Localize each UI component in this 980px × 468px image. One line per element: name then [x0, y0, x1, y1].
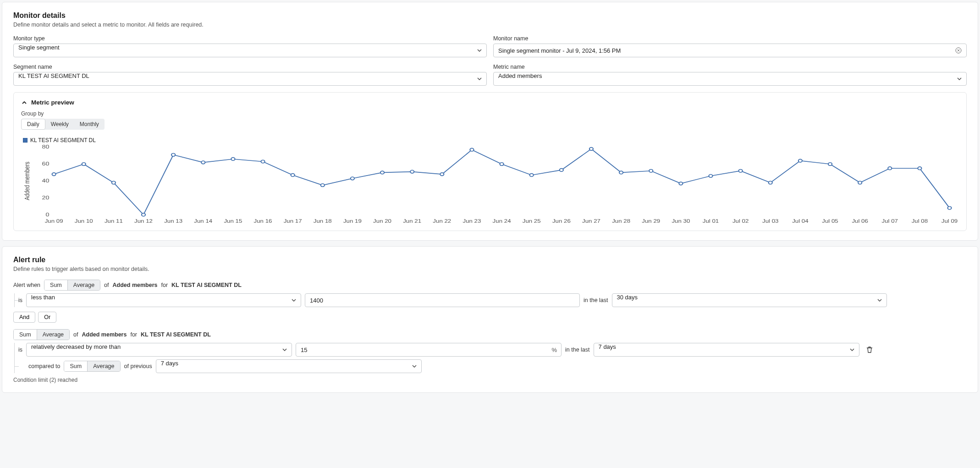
svg-point-52 [470, 148, 473, 151]
for-text-2: for [130, 331, 137, 338]
in-the-last-text-2: in the last [565, 347, 590, 353]
cond2-baseline-window-select[interactable]: 7 days [156, 359, 422, 373]
svg-text:Jul 08: Jul 08 [912, 219, 928, 224]
svg-point-53 [500, 163, 503, 166]
combiner-row: And Or [13, 312, 967, 323]
group-by-weekly[interactable]: Weekly [45, 119, 74, 130]
segment-name-value: KL TEST AI SEGMENT DL [13, 72, 487, 86]
section-subtitle: Define monitor details and select a metr… [13, 22, 967, 28]
percent-suffix: % [551, 347, 557, 353]
svg-point-63 [798, 159, 802, 162]
svg-text:Jun 18: Jun 18 [314, 219, 332, 224]
cond2-window-value: 7 days [594, 343, 859, 357]
condition-limit-note: Condition limit (2) reached [13, 377, 967, 383]
svg-point-60 [709, 175, 712, 178]
cond2-value-input[interactable] [296, 343, 562, 357]
cond1-operator-select[interactable]: less than [26, 293, 301, 307]
svg-text:Jul 04: Jul 04 [792, 219, 809, 224]
cond1-agg-sum[interactable]: Sum [44, 280, 67, 290]
svg-text:Jun 14: Jun 14 [194, 219, 212, 224]
metric-name-select[interactable]: Added members [493, 72, 967, 86]
cond2-agg-avg[interactable]: Average [37, 330, 69, 340]
svg-text:Jun 22: Jun 22 [433, 219, 451, 224]
and-button[interactable]: And [13, 312, 35, 323]
alert-rule-title: Alert rule [13, 256, 967, 264]
monitor-type-select[interactable]: Single segment [13, 44, 487, 57]
cond2-baseline-avg[interactable]: Average [87, 361, 120, 371]
svg-point-38 [52, 173, 56, 176]
svg-text:Jun 25: Jun 25 [523, 219, 541, 224]
svg-point-46 [291, 174, 295, 177]
svg-point-59 [679, 182, 683, 185]
preview-title: Metric preview [31, 99, 74, 106]
group-by-daily[interactable]: Daily [21, 119, 45, 130]
collapse-icon[interactable] [21, 99, 28, 106]
svg-point-49 [380, 171, 384, 174]
for-text: for [161, 282, 168, 288]
svg-point-54 [530, 174, 534, 177]
svg-text:Jun 26: Jun 26 [552, 219, 571, 224]
group-by-segmented: Daily Weekly Monthly [21, 119, 105, 130]
delete-condition-button[interactable] [863, 343, 876, 356]
cond2-baseline-sum[interactable]: Sum [64, 361, 87, 371]
cond2-agg-sum[interactable]: Sum [14, 330, 37, 340]
monitor-name-input[interactable] [493, 44, 967, 57]
svg-text:20: 20 [42, 194, 49, 200]
metric-preview-card: Metric preview Group by Daily Weekly Mon… [13, 92, 967, 231]
svg-text:Jun 29: Jun 29 [642, 219, 660, 224]
svg-text:0: 0 [45, 211, 49, 217]
monitor-type-value: Single segment [13, 44, 487, 57]
of-text: of [104, 282, 109, 288]
svg-text:Jul 03: Jul 03 [762, 219, 779, 224]
svg-point-42 [171, 153, 175, 156]
or-button[interactable]: Or [38, 312, 56, 323]
group-by-label: Group by [21, 110, 959, 117]
compared-to-text: compared to [28, 363, 60, 369]
cond2-operator-select[interactable]: relatively decreased by more than [26, 343, 292, 357]
segment-name-label: Segment name [13, 64, 487, 70]
svg-point-51 [440, 173, 444, 176]
svg-text:Jun 21: Jun 21 [403, 219, 421, 224]
svg-text:Jul 07: Jul 07 [882, 219, 898, 224]
svg-text:Jul 01: Jul 01 [703, 219, 719, 224]
svg-text:Jun 19: Jun 19 [343, 219, 362, 224]
svg-text:80: 80 [42, 144, 49, 150]
svg-point-68 [947, 206, 951, 209]
svg-text:Jun 12: Jun 12 [134, 219, 153, 224]
svg-point-62 [769, 181, 772, 184]
svg-point-67 [918, 167, 921, 170]
chart-area: 020406080Jun 09Jun 10Jun 11Jun 12Jun 13J… [21, 143, 959, 226]
cond2-window-select[interactable]: 7 days [594, 343, 859, 357]
svg-text:Jun 17: Jun 17 [284, 219, 302, 224]
cond1-value-input[interactable] [305, 293, 580, 307]
cond2-operator-value: relatively decreased by more than [26, 343, 292, 357]
cond1-operator-value: less than [26, 293, 301, 307]
svg-text:Jun 11: Jun 11 [105, 219, 123, 224]
monitor-name-label: Monitor name [493, 35, 967, 42]
svg-text:Jul 05: Jul 05 [822, 219, 838, 224]
segment-ref: KL TEST AI SEGMENT DL [171, 282, 242, 288]
cond1-window-value: 30 days [612, 293, 887, 307]
segment-name-select[interactable]: KL TEST AI SEGMENT DL [13, 72, 487, 86]
svg-point-41 [142, 213, 145, 216]
monitor-details-panel: Monitor details Define monitor details a… [2, 2, 978, 241]
cond2-baseline-window-value: 7 days [156, 359, 422, 373]
clear-icon[interactable] [955, 47, 962, 54]
svg-point-43 [201, 161, 205, 164]
chart-legend: KL TEST AI SEGMENT DL [23, 137, 959, 143]
svg-point-61 [739, 169, 743, 172]
group-by-monthly[interactable]: Monthly [74, 119, 105, 130]
cond1-window-select[interactable]: 30 days [612, 293, 887, 307]
alert-rule-subtitle: Define rules to trigger alerts based on … [13, 266, 967, 272]
svg-point-58 [649, 169, 653, 172]
svg-text:60: 60 [42, 161, 49, 167]
svg-text:Jul 09: Jul 09 [941, 219, 958, 224]
legend-swatch [23, 138, 28, 143]
svg-point-55 [560, 169, 563, 172]
svg-text:Added members: Added members [23, 161, 31, 200]
svg-point-50 [410, 170, 414, 173]
metric-name-value: Added members [493, 72, 967, 86]
svg-text:Jun 09: Jun 09 [45, 219, 63, 224]
cond1-agg-avg[interactable]: Average [67, 280, 100, 290]
svg-text:Jun 23: Jun 23 [462, 219, 481, 224]
